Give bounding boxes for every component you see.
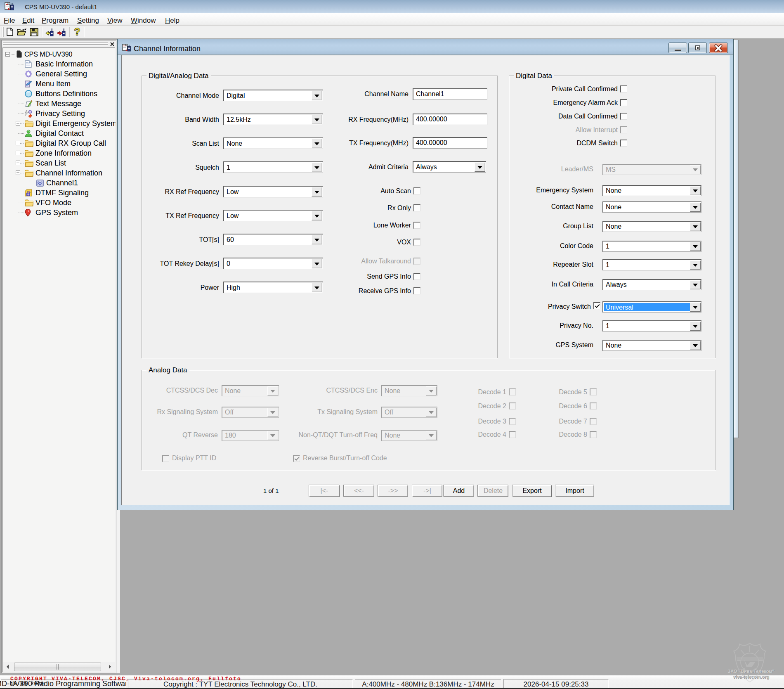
- svg-text:01: 01: [27, 190, 31, 194]
- svg-text:?: ?: [74, 26, 80, 37]
